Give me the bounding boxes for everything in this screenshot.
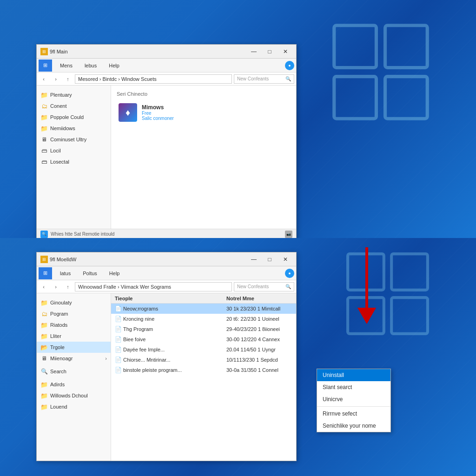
list-row-4[interactable]: 📄 Dayée fee Imple... 20.04 114/50 1 Uyng…: [111, 344, 296, 355]
screen-bottom: ⊞ 9fl MoelldW — □ ✕ ⊞ latus Poltus Help …: [0, 238, 476, 476]
list-cell-name-5: 📄 Chiorse... Mntirinar...: [113, 357, 225, 363]
folder-icon-adirds: 📁: [40, 381, 48, 388]
content-area-top: 📁 Plentuary 🗂 Conent 📁 Poppole Could 📁 N…: [37, 86, 296, 229]
maximize-button-bottom[interactable]: □: [263, 255, 277, 264]
ribbon-menu-mens[interactable]: Mens: [56, 60, 77, 72]
list-row-1[interactable]: 📄 Kroncing nine 20 t6: 22/230 1 Uoineel: [111, 314, 296, 324]
user-icon-bottom: ●: [285, 269, 294, 278]
address-bar-bottom: ‹ › ↑ Winoowad Fralle › Viimack Wer Sogr…: [37, 280, 296, 293]
ctx-item-senichlike[interactable]: Senichlike your nome: [317, 420, 390, 432]
app-item-mimows[interactable]: ♦ Mimows Free Salic conmoner: [117, 100, 291, 125]
folder-icon-pogram: 🗂: [40, 311, 48, 317]
minimize-button-top[interactable]: —: [247, 47, 261, 56]
title-bar-top: ⊞ 9fl Main — □ ✕: [37, 45, 296, 59]
ctx-item-uninstall[interactable]: Uninstall: [317, 369, 390, 381]
list-cell-date-2: 29-40/23/220 1 8iioneei: [225, 326, 294, 332]
list-cell-name-1: 📄 Kroncing nine: [113, 316, 225, 322]
status-icon-top: 🔍: [40, 231, 48, 238]
user-icon-top: ●: [285, 61, 294, 70]
sidebar-item-losectal[interactable]: 🗃 Losectal: [37, 156, 111, 167]
file-icon-6: 📄: [115, 367, 121, 373]
sidebar-item-locil[interactable]: 🗃 Locil: [37, 145, 111, 156]
file-icon-1: 📄: [115, 316, 121, 322]
back-btn-top[interactable]: ‹: [39, 74, 49, 84]
folder-icon-riatods: 📁: [40, 322, 48, 328]
folder-icon-locil: 🗃: [40, 147, 48, 154]
sidebar-item-conent[interactable]: 🗂 Conent: [37, 100, 111, 112]
title-controls-bottom: — □ ✕: [247, 255, 292, 264]
sidebar-item-lliter[interactable]: 📁 Lliter: [37, 331, 111, 342]
ribbon-menu-help[interactable]: Help: [105, 60, 124, 72]
search-box-top[interactable]: New Confeants 🔍: [234, 74, 294, 84]
special-icon-miienoagr: 🖥: [40, 355, 48, 362]
list-row-6[interactable]: 📄 binstole pleiste program... 30-0a 31/3…: [111, 365, 296, 375]
file-icon-2: 📄: [115, 326, 121, 332]
search-sidebar-icon: 🔍: [40, 368, 48, 375]
ribbon-menu-poltus[interactable]: Poltus: [79, 267, 101, 279]
folder-icon-losectal: 🗃: [40, 159, 48, 165]
title-icon-bottom: ⊞: [40, 256, 48, 263]
up-btn-top[interactable]: ↑: [63, 74, 73, 84]
search-box-bottom[interactable]: New Confeants 🔍: [234, 282, 294, 291]
ribbon-menu-help-bottom[interactable]: Help: [105, 267, 124, 279]
list-cell-date-5: 10/1113/230 1 Sepdcd: [225, 357, 294, 363]
list-row-5[interactable]: 📄 Chiorse... Mntirinar... 10/1113/230 1 …: [111, 355, 296, 365]
ctx-item-uinicrve[interactable]: Uinicrve: [317, 393, 390, 405]
svg-rect-5: [391, 254, 428, 290]
sidebar-item-cominuset[interactable]: 🖥 Cominuset Ultry: [37, 134, 111, 145]
file-list-bottom: Tieople Notrel Mme 📄 Neow;rrograms 30 1k…: [111, 293, 296, 461]
svg-marker-9: [357, 308, 376, 324]
ribbon-menu-lebus[interactable]: lebus: [80, 60, 101, 72]
folder-icon-lliter: 📁: [40, 333, 48, 339]
forward-btn-top[interactable]: ›: [51, 74, 61, 84]
minimize-button-bottom[interactable]: —: [247, 255, 261, 264]
sidebar-item-pogram[interactable]: 🗂 Pogram: [37, 308, 111, 319]
sidebar-item-adirds[interactable]: 📁 Adirds: [37, 379, 111, 390]
list-row-0[interactable]: 📄 Neow;rrograms 30 1k 23/230 1 Mimtcall: [111, 304, 296, 314]
svg-rect-2: [334, 77, 377, 119]
ribbon-menu-latus[interactable]: latus: [56, 267, 75, 279]
close-button-top[interactable]: ✕: [278, 47, 292, 56]
col-header-date: Notrel Mme: [225, 296, 294, 301]
ctx-divider: [317, 406, 390, 407]
close-button-bottom[interactable]: ✕: [278, 255, 292, 264]
sidebar-item-search[interactable]: 🔍 Search: [37, 366, 111, 377]
list-row-2[interactable]: 📄 Thg Program 29-40/23/220 1 8iioneei: [111, 324, 296, 334]
list-row-3[interactable]: 📄 Biee foive 30-00 12/220 4 Cannex: [111, 334, 296, 344]
sidebar-item-poppole[interactable]: 📁 Poppole Could: [37, 112, 111, 123]
ribbon-home-btn[interactable]: ⊞: [39, 60, 52, 72]
back-btn-bottom[interactable]: ‹: [39, 282, 49, 292]
forward-btn-bottom[interactable]: ›: [51, 282, 61, 292]
folder-icon-trgole: 📂: [40, 344, 48, 350]
explorer-window-top: ⊞ 9fl Main — □ ✕ ⊞ Mens lebus Help ● ‹ ›…: [36, 44, 297, 239]
file-icon-4: 📄: [115, 346, 121, 353]
sidebar-item-nemiidows[interactable]: 📁 Nemiidows: [37, 123, 111, 134]
ctx-item-rirrnve[interactable]: Rirrnve sefect: [317, 408, 390, 420]
status-bar-top: 🔍 Whies htte Sat Remotie intould 📷: [37, 229, 296, 239]
sidebar-item-trgole[interactable]: 📂 Trgole: [37, 342, 111, 353]
screen-top: ⊞ 9fl Main — □ ✕ ⊞ Mens lebus Help ● ‹ ›…: [0, 0, 476, 238]
context-menu: Uninstall Slant searct Uinicrve Rirrnve …: [317, 369, 391, 432]
sidebar-item-louend[interactable]: 📁 Louend: [37, 401, 111, 412]
app-thumb-mimows: ♦: [119, 103, 137, 122]
maximize-button-top[interactable]: □: [263, 47, 277, 56]
sidebar-item-willowds[interactable]: 📁 Willowds Dchoul: [37, 390, 111, 401]
address-path-bottom[interactable]: Winoowad Fralle › Viimack Wer Sograms: [75, 282, 232, 291]
list-cell-name-2: 📄 Thg Program: [113, 326, 225, 332]
ribbon-home-btn-bottom[interactable]: ⊞: [39, 267, 52, 279]
ctx-item-slant[interactable]: Slant searct: [317, 381, 390, 393]
folder-icon-plentuary: 📁: [40, 92, 48, 98]
file-icon-3: 📄: [115, 336, 121, 343]
status-icon-right-top: 📷: [285, 231, 292, 238]
sidebar-item-plentuary[interactable]: 📁 Plentuary: [37, 89, 111, 100]
title-bar-bottom: ⊞ 9fl MoelldW — □ ✕: [37, 252, 296, 266]
list-cell-date-1: 20 t6: 22/230 1 Uoineel: [225, 316, 294, 322]
sidebar-item-miienoagr[interactable]: 🖥 Miienoagr ›: [37, 353, 111, 364]
address-path-top[interactable]: Mesored › Bintdc › Window Scuets: [75, 74, 232, 84]
title-icon-top: ⊞: [40, 48, 48, 55]
sidebar-item-riatods[interactable]: 📁 Riatods: [37, 319, 111, 331]
address-bar-top: ‹ › ↑ Mesored › Bintdc › Window Scuets N…: [37, 73, 296, 86]
up-btn-bottom[interactable]: ↑: [63, 282, 73, 292]
sidebar-item-ginoulaty[interactable]: 📁 Ginoulaty: [37, 297, 111, 308]
file-icon-5: 📄: [115, 357, 121, 363]
